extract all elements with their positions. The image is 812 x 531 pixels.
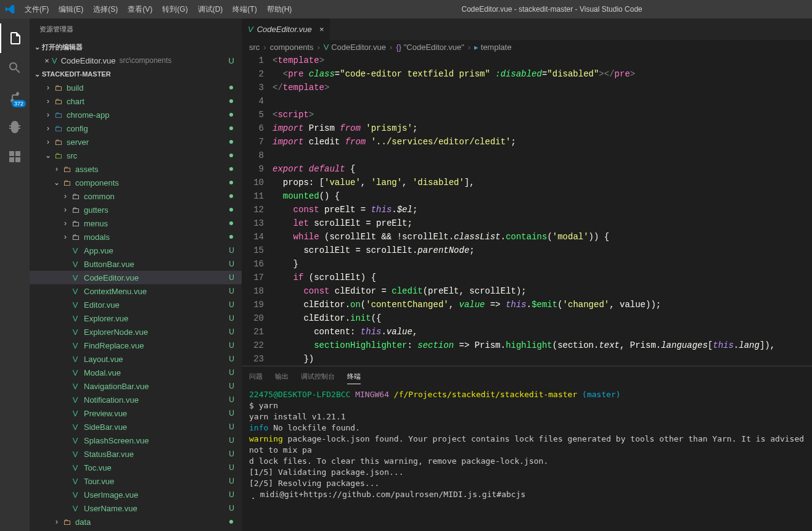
folder-item[interactable]: ⌄🗀src bbox=[30, 149, 242, 162]
folder-item[interactable]: ›🗀chrome-app bbox=[30, 108, 242, 121]
file-item[interactable]: VLayout.vueU bbox=[30, 352, 242, 366]
folder-item[interactable]: ›🗀modals bbox=[30, 230, 242, 244]
tree-item-label: ExplorerNode.vue bbox=[84, 327, 148, 337]
tree-item-label: SideBar.vue bbox=[84, 422, 127, 432]
folder-item[interactable]: ›🗀assets bbox=[30, 162, 242, 176]
git-dot bbox=[229, 520, 233, 524]
explorer-activity[interactable] bbox=[0, 23, 30, 53]
folder-item[interactable]: ⌄🗀components bbox=[30, 176, 242, 189]
file-item[interactable]: VTour.vueU bbox=[30, 474, 242, 488]
folder-item[interactable]: ›🗀common bbox=[30, 189, 242, 203]
editor-tab[interactable]: V CodeEditor.vue × bbox=[242, 19, 330, 40]
open-editors-section[interactable]: ⌄打开的编辑器 bbox=[30, 40, 242, 54]
menu-item[interactable]: 终端(T) bbox=[228, 2, 261, 17]
close-icon[interactable]: × bbox=[42, 56, 52, 65]
tree-item-label: assets bbox=[75, 165, 99, 174]
file-item[interactable]: VCodeEditor.vueU bbox=[30, 271, 242, 284]
breadcrumb-item[interactable]: {} "CodeEditor.vue" bbox=[396, 43, 464, 52]
file-item[interactable]: VButtonBar.vueU bbox=[30, 257, 242, 271]
menu-item[interactable]: 编辑(E) bbox=[54, 2, 88, 17]
vue-icon: V bbox=[70, 260, 80, 269]
file-item[interactable]: VExplorer.vueU bbox=[30, 311, 242, 325]
folder-item[interactable]: ›🗀gutters bbox=[30, 203, 242, 216]
terminal[interactable]: 22475@DESKTOP-LFD2BCC MINGW64 /f/Project… bbox=[242, 387, 812, 531]
panel-tab[interactable]: 问题 bbox=[249, 369, 263, 384]
folder-item[interactable]: ›🗀build bbox=[30, 81, 242, 94]
menu-item[interactable]: 选择(S) bbox=[88, 2, 123, 17]
breadcrumb[interactable]: src›components›V CodeEditor.vue›{} "Code… bbox=[242, 40, 812, 54]
file-item[interactable]: VSplashScreen.vueU bbox=[30, 434, 242, 447]
folder-item[interactable]: ›🗀data bbox=[30, 515, 242, 529]
git-status: U bbox=[229, 436, 234, 445]
git-dot bbox=[229, 181, 233, 184]
menu-item[interactable]: 查看(V) bbox=[123, 2, 157, 17]
open-editor-item[interactable]: × V CodeEditor.vue src\components U bbox=[30, 54, 242, 67]
file-item[interactable]: VUserImage.vueU bbox=[30, 488, 242, 501]
file-item[interactable]: VFindReplace.vueU bbox=[30, 339, 242, 352]
editor-area: V CodeEditor.vue × src›components›V Code… bbox=[242, 19, 812, 531]
file-item[interactable]: VUserName.vueU bbox=[30, 501, 242, 515]
panel-tab[interactable]: 调试控制台 bbox=[301, 369, 335, 384]
folder-icon: 🗀 bbox=[70, 233, 80, 242]
file-item[interactable]: VStatusBar.vueU bbox=[30, 447, 242, 461]
breadcrumb-item[interactable]: ▸ template bbox=[474, 43, 511, 52]
menu-item[interactable]: 转到(G) bbox=[157, 2, 192, 17]
vue-icon: V bbox=[70, 368, 80, 377]
workspace-section[interactable]: ⌄STACKEDIT-MASTER bbox=[30, 67, 242, 81]
file-item[interactable]: VModal.vueU bbox=[30, 366, 242, 379]
tree-item-label: Explorer.vue bbox=[84, 314, 128, 323]
tree-item-label: config bbox=[67, 124, 88, 133]
file-item[interactable]: VExplorerNode.vueU bbox=[30, 325, 242, 339]
file-item[interactable]: VApp.vueU bbox=[30, 244, 242, 257]
tab-label: CodeEditor.vue bbox=[257, 25, 312, 34]
folder-item[interactable]: ›🗀config bbox=[30, 121, 242, 135]
folder-icon: 🗀 bbox=[53, 124, 63, 133]
debug-activity[interactable] bbox=[0, 112, 30, 142]
git-status: U bbox=[229, 382, 234, 390]
close-icon[interactable]: × bbox=[319, 25, 324, 34]
panel-tab[interactable]: 终端 bbox=[347, 369, 361, 384]
file-item[interactable]: VToc.vueU bbox=[30, 461, 242, 474]
breadcrumb-item[interactable]: V CodeEditor.vue bbox=[324, 43, 386, 52]
breadcrumb-item[interactable]: components bbox=[270, 43, 314, 52]
folder-icon: 🗀 bbox=[62, 178, 72, 187]
folder-item[interactable]: ›🗀menus bbox=[30, 216, 242, 230]
titlebar: 文件(F)编辑(E)选择(S)查看(V)转到(G)调试(D)终端(T)帮助(H)… bbox=[0, 0, 812, 19]
git-dot bbox=[229, 221, 233, 225]
file-item[interactable]: VNavigationBar.vueU bbox=[30, 379, 242, 393]
scm-activity[interactable]: 372 bbox=[0, 83, 30, 112]
extensions-activity[interactable] bbox=[0, 142, 30, 171]
tree-item-label: Preview.vue bbox=[84, 409, 127, 418]
vue-icon: V bbox=[52, 56, 57, 65]
file-item[interactable]: VNotification.vueU bbox=[30, 393, 242, 406]
code-editor[interactable]: 1234567891011121314151617181920212223 <t… bbox=[242, 54, 812, 366]
vue-icon: V bbox=[70, 436, 80, 445]
file-item[interactable]: VSideBar.vueU bbox=[30, 420, 242, 434]
panel-tabs: 问题输出调试控制台终端 bbox=[242, 366, 812, 387]
folder-icon: 🗀 bbox=[53, 83, 63, 93]
git-dot bbox=[229, 113, 233, 117]
folder-item[interactable]: ›🗀server bbox=[30, 135, 242, 149]
file-item[interactable]: VPreview.vueU bbox=[30, 406, 242, 420]
folder-icon: 🗀 bbox=[62, 517, 72, 527]
git-dot bbox=[229, 208, 233, 212]
vue-icon: V bbox=[70, 450, 80, 459]
git-status: U bbox=[229, 314, 234, 323]
folder-icon: 🗀 bbox=[62, 165, 72, 174]
menu-item[interactable]: 调试(D) bbox=[193, 2, 228, 17]
panel-tab[interactable]: 输出 bbox=[275, 369, 289, 384]
code-content[interactable]: <template> <pre class="code-editor textf… bbox=[273, 54, 812, 366]
file-item[interactable]: VEditor.vueU bbox=[30, 298, 242, 311]
folder-item[interactable]: ›🗀chart bbox=[30, 94, 242, 108]
git-status: U bbox=[229, 355, 234, 363]
menu-item[interactable]: 文件(F) bbox=[20, 2, 54, 17]
tree-item-label: data bbox=[75, 517, 91, 527]
git-status: U bbox=[229, 287, 234, 295]
breadcrumb-item[interactable]: src bbox=[249, 43, 260, 52]
git-status: U bbox=[229, 327, 234, 336]
search-activity[interactable] bbox=[0, 53, 30, 83]
tree-item-label: StatusBar.vue bbox=[84, 450, 134, 459]
folder-icon: 🗀 bbox=[53, 138, 63, 147]
menu-item[interactable]: 帮助(H) bbox=[262, 2, 297, 17]
file-item[interactable]: VContextMenu.vueU bbox=[30, 284, 242, 298]
